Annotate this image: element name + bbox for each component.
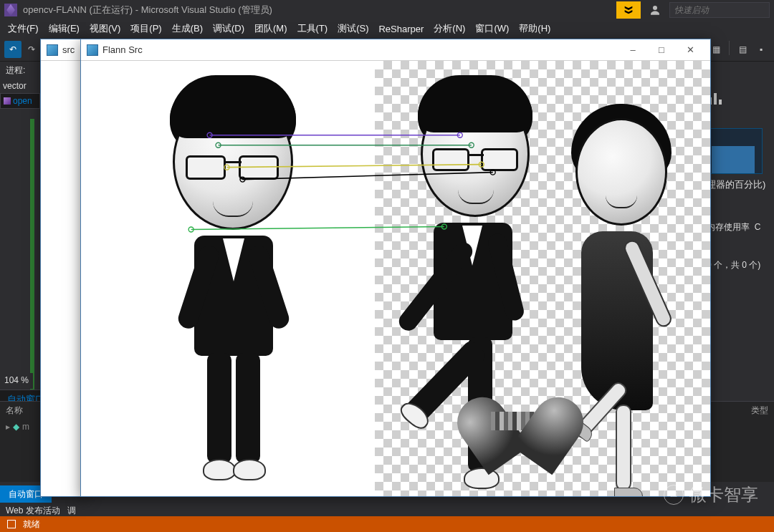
expand-icon[interactable]: ▸ [6,422,10,432]
truncated-label: 调 [67,506,76,516]
opencv-window-icon [47,44,58,56]
close-button[interactable]: ✕ [676,40,704,60]
opencv-window-title: src [62,44,75,55]
snapshot-count: 0 个，共 0 个) [707,260,760,270]
menu-resharper[interactable]: ReSharper [373,21,429,37]
watermark-text: 微卡智享 [689,483,758,506]
right-panel: 理器的百分比) 内存使用率 C 0 个，共 0 个) [704,86,774,276]
vs-logo-icon [4,4,17,16]
status-square-icon [7,520,16,528]
back-button[interactable]: ↶ [4,41,22,58]
menu-tools[interactable]: 工具(T) [292,20,333,37]
var-icon: ◆ [13,422,19,432]
svg-point-0 [653,6,657,10]
tab-open[interactable]: open [0,93,40,109]
quick-launch-input[interactable] [669,2,770,18]
opencv-window-src[interactable]: src [40,39,86,497]
cpu-usage-chart [704,128,763,174]
process-label: 进程: [6,64,25,77]
menu-team[interactable]: 团队(M) [249,20,292,37]
left-strip: vector open [0,79,40,109]
toolbar-divider [729,41,730,55]
opencv-window-icon [87,44,98,56]
menu-analyze[interactable]: 分析(N) [429,20,470,37]
menu-help[interactable]: 帮助(H) [514,20,555,37]
account-icon[interactable] [645,1,665,19]
opencv-window-title: Flann Src [102,44,143,55]
svg-rect-2 [714,93,717,105]
wechat-icon: ✉ [664,485,684,505]
gutter-change-indicator [30,119,34,391]
opencv-canvas-src [41,61,85,496]
titlebar: opencv-FLANN (正在运行) - Microsoft Visual S… [0,0,774,20]
statusbar: 就绪 [0,516,774,532]
maximize-button[interactable]: □ [647,40,676,60]
menu-edit[interactable]: 编辑(E) [44,20,85,37]
menu-file[interactable]: 文件(F) [3,20,44,37]
status-ready: 就绪 [23,518,40,531]
toolbar-icon-2[interactable]: ▪ [752,41,770,58]
window-title: opencv-FLANN (正在运行) - Microsoft Visual S… [23,4,272,16]
menu-project[interactable]: 项目(P) [125,20,166,37]
var-name: m [22,422,29,432]
minimize-button[interactable]: – [618,40,647,60]
zoom-level[interactable]: 104 % [0,373,33,389]
opencv-canvas-flann [81,61,710,496]
menubar: 文件(F) 编辑(E) 视图(V) 项目(P) 生成(B) 调试(D) 团队(M… [0,20,774,37]
tab-vector[interactable]: vector [0,79,40,93]
project-icon [4,97,11,105]
watermark: ✉ 微卡智享 [664,483,758,506]
heart-shape [474,374,567,453]
diagnostics-chart-icon[interactable] [704,86,774,114]
menu-test[interactable]: 测试(S) [333,20,373,37]
menu-debug[interactable]: 调试(D) [208,20,249,37]
query-figure [138,75,325,490]
menu-view[interactable]: 视图(V) [85,20,125,37]
memory-c-label: C [755,222,761,232]
cpu-axis-label: 理器的百分比) [704,174,774,195]
notification-flag-icon[interactable] [616,1,641,19]
menu-window[interactable]: 窗口(W) [470,20,514,37]
memory-usage-label: 内存使用率 [707,222,750,232]
menu-build[interactable]: 生成(B) [167,20,208,37]
heart-pixelation [491,412,551,430]
toolbar-icon-1[interactable]: ▤ [734,41,751,58]
opencv-window-flann[interactable]: Flann Src – □ ✕ [80,39,711,497]
forward-button[interactable]: ↷ [23,41,40,58]
tab-open-label: open [13,96,32,106]
svg-rect-3 [719,100,722,105]
